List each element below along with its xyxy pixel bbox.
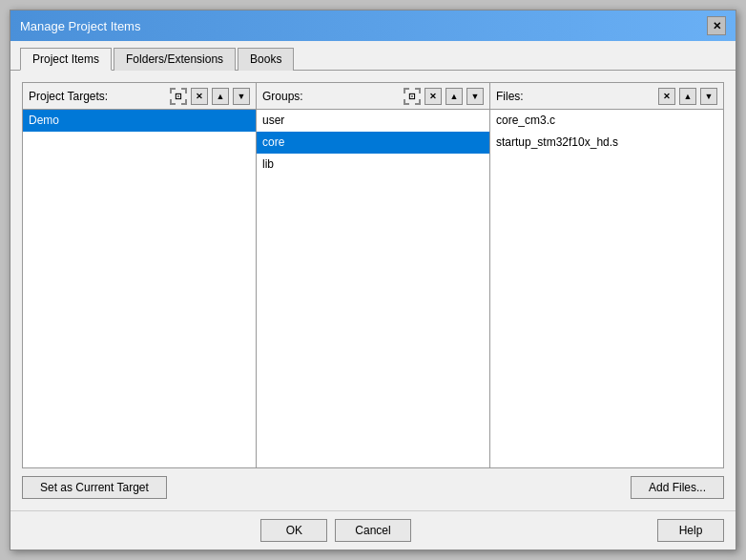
bottom-buttons-row: Set as Current Target Add Files... xyxy=(22,468,724,499)
groups-down-button[interactable]: ▼ xyxy=(466,88,484,105)
targets-down-button[interactable]: ▼ xyxy=(233,88,250,105)
groups-header: Groups: ⊡ ✕ ▲ ▼ xyxy=(257,83,489,110)
targets-delete-button[interactable]: ✕ xyxy=(191,88,208,105)
groups-new-button[interactable]: ⊡ xyxy=(404,88,421,105)
title-bar: Manage Project Items ✕ xyxy=(10,10,736,41)
tab-bar: Project Items Folders/Extensions Books xyxy=(10,41,736,71)
dialog-footer: OK Cancel Help xyxy=(10,510,736,550)
project-targets-list[interactable]: Demo xyxy=(23,110,256,467)
project-targets-label: Project Targets: xyxy=(29,90,166,103)
tab-books[interactable]: Books xyxy=(238,48,294,71)
list-item[interactable]: Demo xyxy=(23,110,256,132)
targets-up-button[interactable]: ▲ xyxy=(212,88,229,105)
close-button[interactable]: ✕ xyxy=(707,16,726,35)
files-list[interactable]: core_cm3.c startup_stm32f10x_hd.s xyxy=(490,110,723,467)
groups-list[interactable]: user core lib xyxy=(257,110,489,467)
files-panel: Files: ✕ ▲ ▼ core_cm3.c startup_stm32f10… xyxy=(490,83,723,467)
dialog-body: Project Targets: ⊡ ✕ ▲ ▼ Demo Groups: ⊡ … xyxy=(10,71,736,510)
set-current-target-button[interactable]: Set as Current Target xyxy=(22,476,167,499)
groups-delete-button[interactable]: ✕ xyxy=(425,88,442,105)
list-item[interactable]: lib xyxy=(257,154,489,176)
files-down-button[interactable]: ▼ xyxy=(700,88,717,105)
files-header: Files: ✕ ▲ ▼ xyxy=(490,83,723,110)
panels-container: Project Targets: ⊡ ✕ ▲ ▼ Demo Groups: ⊡ … xyxy=(22,82,724,468)
list-item[interactable]: core_cm3.c xyxy=(490,110,723,132)
project-targets-header: Project Targets: ⊡ ✕ ▲ ▼ xyxy=(23,83,256,110)
groups-up-button[interactable]: ▲ xyxy=(446,88,463,105)
dialog-window: Manage Project Items ✕ Project Items Fol… xyxy=(10,10,736,550)
targets-new-button[interactable]: ⊡ xyxy=(170,88,187,105)
list-item[interactable]: user xyxy=(257,110,489,132)
help-button[interactable]: Help xyxy=(657,519,724,542)
list-item[interactable]: core xyxy=(257,132,489,154)
files-label: Files: xyxy=(496,90,654,103)
files-delete-button[interactable]: ✕ xyxy=(658,88,675,105)
ok-button[interactable]: OK xyxy=(260,519,327,542)
tab-project-items[interactable]: Project Items xyxy=(20,48,112,71)
add-files-button[interactable]: Add Files... xyxy=(631,476,724,499)
project-targets-panel: Project Targets: ⊡ ✕ ▲ ▼ Demo xyxy=(23,83,257,467)
dialog-title: Manage Project Items xyxy=(20,19,140,33)
tab-folders-extensions[interactable]: Folders/Extensions xyxy=(114,48,236,71)
files-up-button[interactable]: ▲ xyxy=(679,88,696,105)
groups-panel: Groups: ⊡ ✕ ▲ ▼ user core lib xyxy=(257,83,490,467)
list-item[interactable]: startup_stm32f10x_hd.s xyxy=(490,132,723,154)
cancel-button[interactable]: Cancel xyxy=(335,519,410,542)
groups-label: Groups: xyxy=(262,90,400,103)
